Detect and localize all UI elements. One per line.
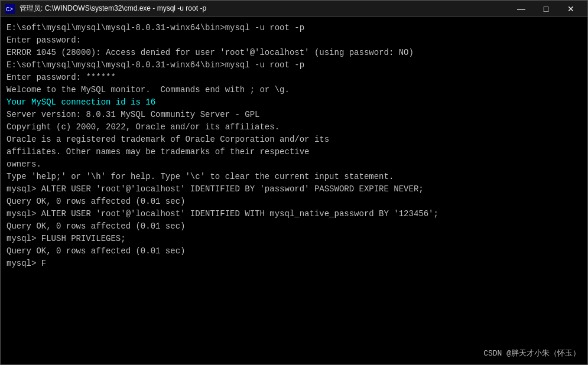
close-button[interactable]: ✕ xyxy=(559,1,583,17)
terminal-line: mysql> ALTER USER 'root'@'localhost' IDE… xyxy=(7,208,581,220)
terminal-line: E:\soft\mysql\mysql\mysql-8.0.31-winx64\… xyxy=(7,59,581,71)
terminal-line: Oracle is a registered trademark of Orac… xyxy=(7,133,581,146)
terminal-line: E:\soft\mysql\mysql\mysql-8.0.31-winx64\… xyxy=(7,22,581,34)
terminal-line: Query OK, 0 rows affected (0.01 sec) xyxy=(7,195,581,208)
terminal-output: E:\soft\mysql\mysql\mysql-8.0.31-winx64\… xyxy=(7,22,581,270)
title-bar: C> 管理员: C:\WINDOWS\system32\cmd.exe - my… xyxy=(1,1,587,17)
terminal-line: ERROR 1045 (28000): Access denied for us… xyxy=(7,47,581,59)
window-title: 管理员: C:\WINDOWS\system32\cmd.exe - mysql… xyxy=(20,4,505,14)
terminal-line: Query OK, 0 rows affected (0.01 sec) xyxy=(7,245,581,258)
minimize-button[interactable]: — xyxy=(509,1,533,17)
terminal-line: Enter password: xyxy=(7,34,581,47)
terminal-line: owners. xyxy=(7,158,581,171)
terminal-line: Query OK, 0 rows affected (0.01 sec) xyxy=(7,220,581,233)
terminal-line: Type 'help;' or '\h' for help. Type '\c'… xyxy=(7,171,581,183)
terminal-line: Enter password: ****** xyxy=(7,71,581,84)
cmd-window: C> 管理员: C:\WINDOWS\system32\cmd.exe - my… xyxy=(0,0,588,365)
terminal-line: mysql> F xyxy=(7,258,581,270)
terminal-line: Your MySQL connection id is 16 xyxy=(7,96,581,109)
terminal-body[interactable]: E:\soft\mysql\mysql\mysql-8.0.31-winx64\… xyxy=(1,17,587,364)
terminal-line: mysql> ALTER USER 'root'@'localhost' IDE… xyxy=(7,183,581,195)
cmd-icon: C> xyxy=(5,4,15,14)
terminal-line: Welcome to the MySQL monitor. Commands e… xyxy=(7,84,581,96)
watermark: CSDN @胖天才小朱（怀玉） xyxy=(483,348,580,359)
svg-text:C>: C> xyxy=(6,6,13,13)
terminal-line: Copyright (c) 2000, 2022, Oracle and/or … xyxy=(7,121,581,133)
window-controls: — □ ✕ xyxy=(509,1,583,17)
maximize-button[interactable]: □ xyxy=(534,1,558,17)
terminal-line: mysql> FLUSH PRIVILEGES; xyxy=(7,233,581,245)
terminal-line: affiliates. Other names may be trademark… xyxy=(7,146,581,158)
terminal-line: Server version: 8.0.31 MySQL Community S… xyxy=(7,109,581,121)
